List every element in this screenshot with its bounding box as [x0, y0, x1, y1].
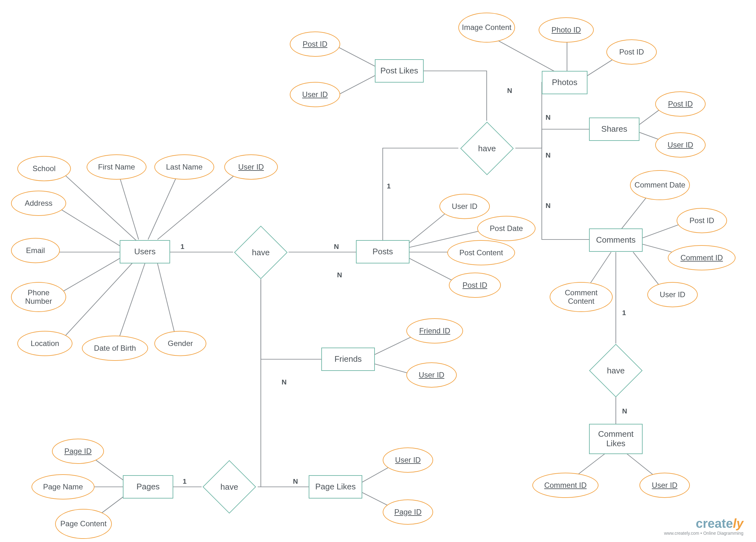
attr-posts-post-id: Post ID: [449, 273, 501, 298]
attr-pages-page-content: Page Content: [55, 509, 112, 539]
attr-friends-user-id: User ID: [406, 362, 457, 388]
card-commentlikes-n: N: [622, 407, 627, 415]
entity-posts[interactable]: Posts: [356, 240, 409, 263]
relation-pages-have-label: have: [221, 482, 238, 492]
card-comments-1: 1: [622, 309, 626, 317]
card-pagelikes-n: N: [293, 477, 298, 486]
attr-comments-comment-date: Comment Date: [630, 170, 690, 200]
card-shares-n2: N: [546, 151, 551, 159]
attr-posts-post-content: Post Content: [447, 240, 515, 265]
svg-line-18: [493, 38, 562, 76]
card-pagelikes-n1: N: [282, 378, 287, 386]
relation-comments-have[interactable]: have: [588, 343, 644, 398]
entity-users[interactable]: Users: [120, 240, 170, 263]
attr-photos-photo-id: Photo ID: [539, 17, 594, 43]
attr-comments-post-id: Post ID: [677, 208, 727, 233]
entity-friends[interactable]: Friends: [321, 348, 375, 371]
attr-comments-comment-content: Comment Content: [550, 282, 613, 312]
attr-users-last-name: Last Name: [154, 154, 214, 180]
relation-comments-have-label: have: [607, 366, 625, 376]
attr-users-dob: Date of Birth: [82, 336, 148, 361]
attr-users-first-name: First Name: [87, 154, 146, 180]
entity-photos-label: Photos: [552, 78, 577, 87]
brand-tagline: www.creately.com • Online Diagramming: [664, 531, 743, 536]
entity-page-likes[interactable]: Page Likes: [309, 475, 362, 499]
attr-postlikes-post-id: Post ID: [290, 31, 340, 57]
svg-line-9: [157, 263, 176, 340]
attr-users-phone: Phone Number: [11, 282, 66, 312]
card-comments-n: N: [546, 202, 551, 210]
entity-shares[interactable]: Shares: [589, 117, 639, 141]
attr-users-school: School: [17, 156, 71, 181]
attr-commentlikes-user-id: User ID: [639, 473, 690, 498]
attr-shares-user-id: User ID: [655, 132, 706, 157]
entity-comments-label: Comments: [596, 235, 636, 245]
entity-post-likes-label: Post Likes: [381, 66, 418, 76]
card-pages-1: 1: [183, 477, 186, 486]
brand-part-1: create: [696, 516, 733, 530]
attr-comments-comment-id: Comment ID: [668, 245, 736, 270]
relation-posts-have-label: have: [478, 144, 496, 153]
entity-comment-likes-label: Comment Likes: [592, 430, 639, 448]
card-shares-n: N: [546, 113, 551, 122]
relation-users-have[interactable]: have: [233, 225, 289, 280]
svg-line-17: [339, 76, 375, 94]
attr-pages-page-id: Page ID: [52, 439, 104, 464]
attr-friends-friend-id: Friend ID: [406, 318, 463, 344]
entity-posts-label: Posts: [372, 247, 393, 256]
entity-friends-label: Friends: [335, 355, 362, 364]
attr-pagelikes-page-id: Page ID: [383, 499, 433, 525]
entity-pages[interactable]: Pages: [123, 475, 173, 499]
svg-line-8: [117, 263, 145, 345]
attr-users-location: Location: [17, 331, 72, 356]
attr-postlikes-user-id: User ID: [290, 82, 340, 107]
svg-line-2: [148, 170, 180, 239]
card-friends-n: N: [337, 271, 342, 279]
entity-photos[interactable]: Photos: [542, 71, 587, 94]
relation-users-have-label: have: [252, 248, 270, 257]
svg-line-0: [63, 173, 139, 242]
attr-users-user-id: User ID: [224, 154, 278, 180]
relation-posts-have[interactable]: have: [459, 121, 515, 176]
attr-photos-post-id: Post ID: [606, 39, 657, 65]
entity-shares-label: Shares: [601, 124, 627, 134]
entity-page-likes-label: Page Likes: [315, 482, 356, 492]
attr-shares-post-id: Post ID: [655, 91, 706, 117]
attr-commentlikes-comment-id: Comment ID: [532, 473, 599, 498]
card-posts-n: N: [334, 242, 339, 251]
attr-pages-page-name: Page Name: [31, 474, 95, 499]
svg-line-7: [57, 263, 132, 345]
entity-comment-likes[interactable]: Comment Likes: [589, 424, 643, 454]
attr-posts-post-date: Post Date: [477, 216, 535, 241]
svg-line-16: [335, 46, 375, 66]
relation-pages-have[interactable]: have: [202, 459, 257, 515]
attr-users-gender: Gender: [154, 331, 206, 356]
entity-pages-label: Pages: [136, 482, 160, 492]
attr-pagelikes-user-id: User ID: [383, 448, 433, 473]
svg-line-4: [54, 205, 120, 246]
card-posts-have-1: 1: [387, 182, 391, 190]
entity-comments[interactable]: Comments: [589, 228, 643, 252]
card-photos-n: N: [507, 87, 512, 95]
brand-part-2: ly: [733, 516, 743, 530]
creately-logo: creately www.creately.com • Online Diagr…: [664, 516, 743, 536]
entity-post-likes[interactable]: Post Likes: [375, 59, 424, 83]
er-diagram-stage: Users Posts Post Likes Photos Shares Com…: [0, 0, 756, 542]
attr-users-email: Email: [11, 238, 60, 263]
card-users-1: 1: [180, 242, 184, 251]
svg-line-3: [157, 168, 243, 239]
entity-users-label: Users: [134, 247, 156, 256]
attr-posts-user-id: User ID: [439, 194, 490, 219]
attr-users-address: Address: [11, 191, 66, 216]
attr-comments-user-id: User ID: [647, 282, 698, 307]
attr-photos-image-content: Image Content: [458, 13, 515, 43]
